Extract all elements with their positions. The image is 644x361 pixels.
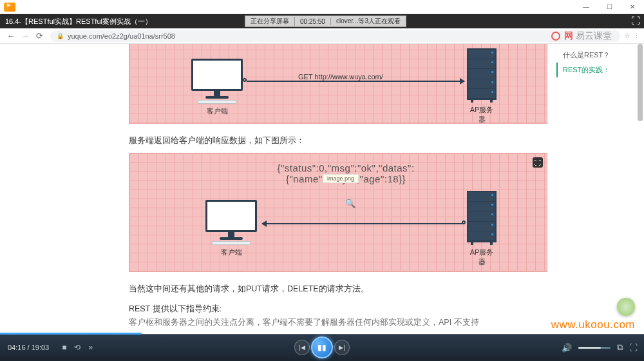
expand-icon[interactable]: ⛶ xyxy=(631,15,640,26)
browser-toolbar: ← → ⟳ 🔒 yuque.com/eo2z2g/ua01na/srr508 ☆… xyxy=(0,28,644,44)
time-display: 04:16 / 19:03 xyxy=(8,344,49,351)
diagram-request: 客户端 AP服务器 GET http://www.wuya.com/ xyxy=(129,44,547,124)
diagram-response: ⛶ {"status":0,"msg":"ok","datas": {"name… xyxy=(129,153,547,272)
lock-icon: 🔒 xyxy=(57,33,64,39)
toc-item-what-is-rest[interactable]: 什么是REST？ xyxy=(556,48,634,63)
prev-button[interactable]: |◀ xyxy=(294,340,310,355)
share-viewers: clover...等3人正在观看 xyxy=(331,17,406,26)
request-arrow xyxy=(247,81,464,82)
url-text: yuque.com/eo2z2g/ua01na/srr508 xyxy=(68,32,175,40)
server-label-2: AP服务器 xyxy=(467,248,497,267)
ext-icon[interactable]: ☆ xyxy=(624,32,630,40)
repeat-button[interactable]: ⟲ xyxy=(74,343,80,352)
maximize-button[interactable]: ☐ xyxy=(598,0,621,14)
play-pause-button[interactable]: ▮▮ xyxy=(311,337,333,358)
stop-button[interactable]: ■ xyxy=(62,343,66,352)
speed-button[interactable]: » xyxy=(88,343,93,352)
back-button[interactable]: ← xyxy=(4,31,18,41)
app-icon xyxy=(4,3,15,12)
image-tooltip: image.png xyxy=(323,174,359,183)
response-arrow xyxy=(262,223,464,224)
zoom-cursor-icon: 🔍 xyxy=(345,199,355,208)
minimize-button[interactable]: — xyxy=(574,0,598,14)
paragraph-3: REST 提供以下指导约束: xyxy=(129,304,547,315)
address-field[interactable]: 🔒 yuque.com/eo2z2g/ua01na/srr508 xyxy=(50,30,620,42)
client-icon: 客户端 xyxy=(191,59,243,116)
paragraph-1: 服务端返回给客户端的响应数据，如下图所示： xyxy=(129,135,547,146)
client-label: 客户端 xyxy=(191,106,243,116)
client-icon-2: 客户端 xyxy=(205,200,257,257)
video-player-bar: 04:16 / 19:03 ■ ⟲ » |◀ ▮▮ ▶| 🔊 ⧉ ⛶ xyxy=(0,334,644,361)
paragraph-4: 客户枢和服务器之间的关注点分离，客户端不需要了解服务器任何内部实现或定义，API… xyxy=(129,317,547,328)
forward-button[interactable]: → xyxy=(18,31,32,41)
volume-track[interactable] xyxy=(578,347,611,349)
client-label-2: 客户端 xyxy=(205,248,257,257)
paragraph-2: 当然这中间还有其他的请求，如PUT请求，DELETE的请求方法。 xyxy=(129,284,547,295)
ext-icon-2[interactable]: ⋮ xyxy=(633,32,640,40)
watermark-url: www.ukoou.com xyxy=(551,318,635,331)
window-titlebar: — ☐ ✕ xyxy=(0,0,644,14)
arrow-origin xyxy=(243,78,247,82)
next-button[interactable]: ▶| xyxy=(334,340,350,355)
toc-item-rest-practice[interactable]: REST的实践： xyxy=(556,63,634,77)
floating-help-badge[interactable] xyxy=(617,298,635,316)
close-button[interactable]: ✕ xyxy=(621,0,644,14)
progress-fill xyxy=(0,333,142,335)
share-status: 正在分享屏幕 xyxy=(245,17,295,26)
table-of-contents: 什么是REST？ REST的实践： xyxy=(556,48,634,77)
arrow-origin-2 xyxy=(462,220,466,224)
server-icon-2: AP服务器 xyxy=(467,191,497,267)
pip-button[interactable]: ⧉ xyxy=(617,342,623,353)
share-time: 00:25:50 xyxy=(295,18,331,25)
volume-icon[interactable]: 🔊 xyxy=(562,343,572,353)
server-label: AP服务器 xyxy=(467,105,497,124)
progress-track[interactable] xyxy=(0,333,644,335)
fullscreen-button[interactable]: ⛶ xyxy=(629,343,638,353)
page-content: 客户端 AP服务器 GET http://www.wuya.com/ 服务端返回… xyxy=(0,44,644,361)
screen-share-indicator[interactable]: 正在分享屏幕 00:25:50 clover...等3人正在观看 xyxy=(245,15,406,27)
video-tab-bar: 16.4-【RESTful实战】RESTful案例实战（一） 正在分享屏幕 00… xyxy=(0,14,644,28)
request-label: GET http://www.wuya.com/ xyxy=(297,73,384,81)
server-icon: AP服务器 xyxy=(467,48,497,124)
reload-button[interactable]: ⟳ xyxy=(32,31,46,41)
